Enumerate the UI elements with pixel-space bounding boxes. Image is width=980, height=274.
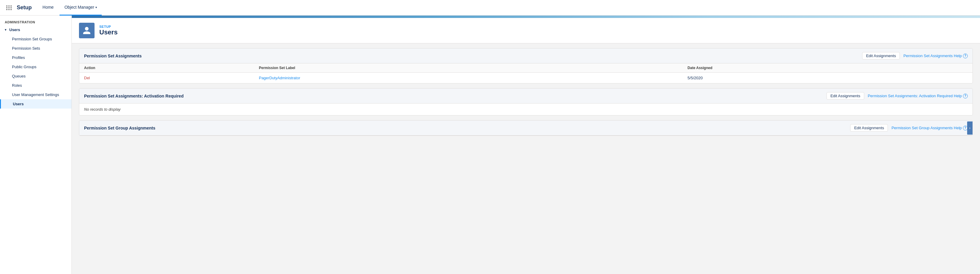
tab-home-label: Home: [43, 5, 54, 10]
page-header: SETUP Users: [72, 16, 980, 43]
edit-assignments-button-3[interactable]: Edit Assignments: [850, 124, 888, 132]
tab-home[interactable]: Home: [38, 0, 58, 16]
help-icon-2: ?: [963, 94, 968, 99]
app-name-label: Setup: [17, 5, 32, 11]
table-header-row: Action Permission Set Label Date Assigne…: [79, 64, 972, 73]
date-cell: 5/5/2020: [682, 73, 972, 83]
permission-set-table: Action Permission Set Label Date Assigne…: [79, 64, 972, 83]
permission-set-activation-card: Permission Set Assignments: Activation R…: [79, 88, 973, 115]
help-link-3[interactable]: Permission Set Group Assignments Help ?: [891, 126, 968, 131]
sidebar-item-permission-set-groups[interactable]: Permission Set Groups: [0, 34, 72, 44]
sidebar-item-label: Users: [13, 102, 24, 106]
help-link-label-1: Permission Set Assignments Help: [904, 54, 962, 58]
section-title-2: Permission Set Assignments: Activation R…: [84, 94, 823, 99]
chevron-right-icon: ›: [969, 126, 970, 130]
section-header-2: Permission Set Assignments: Activation R…: [79, 89, 972, 104]
sidebar-item-public-groups[interactable]: Public Groups: [0, 62, 72, 72]
page-icon: [79, 23, 94, 38]
edit-assignments-button-1[interactable]: Edit Assignments: [862, 52, 900, 59]
top-navigation: Setup Home Object Manager ▾: [0, 0, 980, 16]
sidebar: ADMINISTRATION ▾ Users Permission Set Gr…: [0, 16, 72, 274]
section-header-1: Permission Set Assignments Edit Assignme…: [79, 48, 972, 64]
table-row: Del PagerDutyAdministrator 5/5/2020: [79, 73, 972, 83]
col-label: Permission Set Label: [254, 64, 682, 73]
chevron-down-icon: ▾: [95, 6, 97, 9]
del-link[interactable]: Del: [84, 76, 90, 80]
sidebar-item-label: Public Groups: [12, 65, 37, 69]
tab-object-manager[interactable]: Object Manager ▾: [59, 0, 102, 16]
sidebar-item-users[interactable]: Users: [0, 99, 72, 108]
sidebar-item-users-parent[interactable]: ▾ Users: [0, 25, 72, 34]
sidebar-item-label: Users: [9, 27, 20, 32]
sidebar-item-roles[interactable]: Roles: [0, 81, 72, 90]
sidebar-item-user-management-settings[interactable]: User Management Settings: [0, 90, 72, 99]
sidebar-item-label: Permission Sets: [12, 46, 40, 51]
permission-set-group-card: Permission Set Group Assignments Edit As…: [79, 120, 973, 136]
tab-object-manager-label: Object Manager: [64, 5, 94, 10]
sidebar-item-queues[interactable]: Queues: [0, 72, 72, 81]
help-link-label-3: Permission Set Group Assignments Help: [891, 126, 962, 130]
sidebar-item-permission-sets[interactable]: Permission Sets: [0, 44, 72, 53]
help-icon-1: ?: [963, 54, 968, 58]
content-sections: Permission Set Assignments Edit Assignme…: [72, 43, 980, 145]
permission-set-assignments-card: Permission Set Assignments Edit Assignme…: [79, 48, 973, 83]
col-action: Action: [79, 64, 254, 73]
sidebar-item-label: User Management Settings: [12, 92, 59, 97]
page-header-inner: SETUP Users: [72, 18, 980, 43]
user-icon: [82, 26, 91, 35]
sidebar-item-label: Profiles: [12, 55, 25, 60]
page-header-text: SETUP Users: [99, 25, 118, 36]
sidebar-item-label: Roles: [12, 83, 22, 88]
help-link-label-2: Permission Set Assignments: Activation R…: [868, 94, 962, 98]
page-title: Users: [99, 29, 118, 36]
chevron-down-icon: ▾: [5, 28, 6, 32]
scroll-indicator[interactable]: ›: [967, 121, 972, 135]
content-area: SETUP Users Permission Set Assignments E…: [72, 16, 980, 274]
section-title-1: Permission Set Assignments: [84, 54, 859, 58]
sidebar-item-label: Permission Set Groups: [12, 37, 52, 41]
col-date: Date Assigned: [682, 64, 972, 73]
app-launcher-button[interactable]: [3, 2, 14, 13]
sidebar-section-label: ADMINISTRATION: [0, 18, 72, 25]
main-layout: ADMINISTRATION ▾ Users Permission Set Gr…: [0, 16, 980, 274]
section-title-3: Permission Set Group Assignments: [84, 126, 846, 131]
label-cell: PagerDutyAdministrator: [254, 73, 682, 83]
section-header-3: Permission Set Group Assignments Edit As…: [79, 121, 972, 135]
edit-assignments-button-2[interactable]: Edit Assignments: [827, 92, 864, 100]
help-link-1[interactable]: Permission Set Assignments Help ?: [904, 54, 968, 58]
action-cell: Del: [79, 73, 254, 83]
sidebar-item-profiles[interactable]: Profiles: [0, 53, 72, 62]
help-link-2[interactable]: Permission Set Assignments: Activation R…: [868, 94, 968, 99]
sidebar-item-label: Queues: [12, 74, 26, 78]
page-header-bg: [72, 16, 980, 18]
record-link[interactable]: PagerDutyAdministrator: [259, 76, 300, 80]
breadcrumb: SETUP: [99, 25, 118, 29]
no-records-2: No records to display: [79, 104, 972, 115]
grid-icon: [6, 5, 12, 10]
